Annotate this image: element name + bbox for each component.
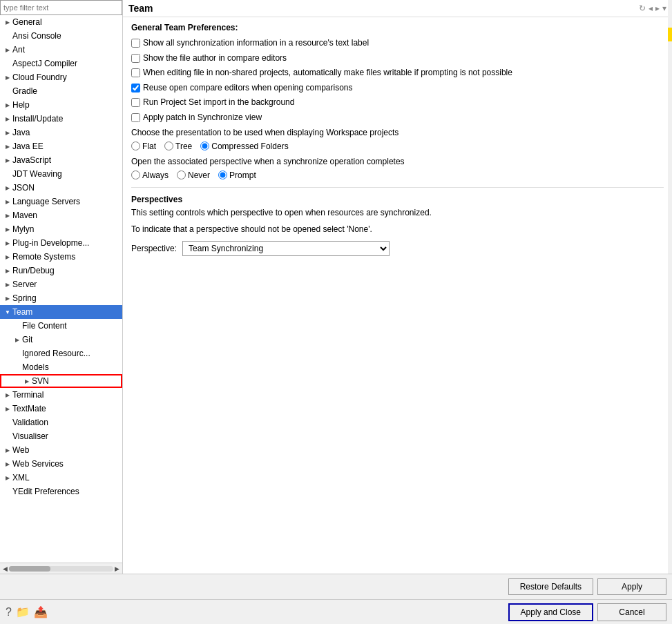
sidebar-item-server[interactable]: Server (0, 277, 122, 291)
radio-open-input-prompt[interactable] (218, 170, 227, 179)
sidebar-item-install-update[interactable]: Install/Update (0, 112, 122, 126)
sidebar-item-file-content[interactable]: File Content (0, 319, 122, 333)
sidebar-item-visualiser[interactable]: Visualiser (0, 429, 122, 443)
chevron-icon (3, 445, 12, 455)
chevron-icon (3, 197, 12, 206)
sidebar-item-label: Java (12, 128, 30, 137)
sidebar-item-maven[interactable]: Maven (0, 208, 122, 222)
radio-input-flat[interactable] (131, 142, 140, 150)
radio-open-prompt: Prompt (218, 170, 256, 180)
sidebar-item-terminal[interactable]: Terminal (0, 388, 122, 402)
sidebar-item-svn[interactable]: SVN (0, 374, 122, 388)
sidebar-item-mylyn[interactable]: Mylyn (0, 222, 122, 236)
scrollbar-track[interactable] (9, 566, 113, 572)
radio-open-input-always[interactable] (131, 170, 140, 179)
chevron-icon (3, 266, 12, 275)
sidebar-item-validation[interactable]: Validation (0, 416, 122, 429)
checkbox-auto-writable[interactable] (131, 68, 140, 77)
export-icon[interactable]: 📤 (34, 605, 48, 618)
sidebar-item-label: Install/Update (12, 114, 63, 124)
sidebar-item-models[interactable]: Models (0, 360, 122, 374)
sidebar-item-aspectj[interactable]: AspectJ Compiler (0, 57, 122, 70)
sidebar-item-team[interactable]: Team (0, 305, 122, 319)
checkbox-run-project-set[interactable] (131, 98, 140, 107)
scroll-left-icon[interactable]: ◀ (1, 565, 9, 572)
sidebar-item-json[interactable]: JSON (0, 181, 122, 195)
sidebar-item-xml[interactable]: XML (0, 471, 122, 485)
radio-input-tree[interactable] (164, 142, 173, 150)
sidebar-item-cloud-foundry[interactable]: Cloud Foundry (0, 70, 122, 84)
checkbox-show-sync-info[interactable] (131, 39, 140, 48)
main-container: General Ansi ConsoleAnt AspectJ Compiler… (0, 0, 672, 574)
sidebar-item-ansi-console[interactable]: Ansi Console (0, 29, 122, 43)
radio-open-input-never[interactable] (177, 170, 186, 179)
scrollbar-thumb (9, 566, 50, 572)
checkbox-reuse-compare[interactable] (131, 84, 140, 92)
sidebar-item-label: Run/Debug (12, 266, 55, 275)
apply-close-button[interactable]: Apply and Close (508, 603, 593, 621)
perspective-open-label: Open the associated perspective when a s… (131, 157, 664, 166)
radio-label-flat: Flat (142, 142, 156, 151)
chevron-icon (3, 155, 12, 165)
checkbox-apply-patch[interactable] (131, 113, 140, 122)
sidebar-item-textmate[interactable]: TextMate (0, 402, 122, 416)
chevron-icon (3, 293, 12, 303)
sidebar-item-spring[interactable]: Spring (0, 291, 122, 305)
sidebar-item-web[interactable]: Web (0, 443, 122, 457)
sidebar-item-run-debug[interactable]: Run/Debug (0, 264, 122, 277)
filter-input[interactable] (0, 0, 122, 15)
radio-open-label-prompt: Prompt (229, 170, 256, 180)
import-icon[interactable]: 📁 (16, 605, 30, 618)
checkbox-label-show-sync-info: Show all synchronization information in … (143, 38, 369, 49)
sidebar-item-ignored-resource[interactable]: Ignored Resourc... (0, 347, 122, 360)
apply-button[interactable]: Apply (597, 578, 666, 595)
sidebar-item-label: Language Servers (12, 197, 80, 206)
sidebar-item-label: AspectJ Compiler (12, 59, 77, 68)
sidebar-item-label: Help (12, 100, 30, 110)
restore-defaults-button[interactable]: Restore Defaults (508, 578, 593, 595)
menu-icon[interactable]: ▾ (662, 3, 666, 13)
sidebar-item-general[interactable]: General (0, 15, 122, 29)
sidebar-item-gradle[interactable]: Gradle (0, 84, 122, 98)
sidebar-item-ant[interactable]: Ant (0, 43, 122, 57)
sidebar-item-java-ee[interactable]: Java EE (0, 139, 122, 153)
sidebar-item-remote-systems[interactable]: Remote Systems (0, 250, 122, 264)
scroll-indicator (668, 28, 672, 41)
checkbox-label-auto-writable: When editing file in non-shared projects… (143, 68, 512, 79)
forward-icon[interactable]: ▸ (655, 3, 660, 13)
sidebar: General Ansi ConsoleAnt AspectJ Compiler… (0, 0, 123, 574)
perspective-row: Perspective: Team Synchronizing (131, 241, 664, 256)
cancel-button[interactable]: Cancel (597, 603, 666, 621)
sidebar-item-web-services[interactable]: Web Services (0, 457, 122, 471)
checkbox-show-file-author[interactable] (131, 54, 140, 63)
sidebar-item-java[interactable]: Java (0, 126, 122, 139)
sidebar-item-jdt-weaving[interactable]: JDT Weaving (0, 167, 122, 181)
sidebar-item-label: Maven (12, 211, 37, 220)
help-icon[interactable]: ? (6, 606, 12, 618)
sidebar-item-label: SVN (32, 376, 49, 386)
sidebar-item-language-servers[interactable]: Language Servers (0, 195, 122, 208)
chevron-icon (3, 459, 12, 469)
chevron-icon (3, 252, 12, 262)
checkbox-label-run-project-set: Run Project Set import in the background (143, 97, 294, 108)
chevron-icon (3, 307, 12, 317)
chevron-icon (3, 211, 12, 220)
back-icon[interactable]: ◂ (649, 3, 653, 13)
sidebar-item-label: Plug-in Developme... (12, 238, 89, 248)
radio-open-always: Always (131, 170, 169, 180)
sidebar-item-plug-in-dev[interactable]: Plug-in Developme... (0, 236, 122, 250)
radio-input-compressed-folders[interactable] (200, 142, 209, 150)
scroll-right-icon[interactable]: ▶ (113, 565, 121, 572)
perspectives-section: Perspectives This setting controls which… (131, 195, 664, 257)
sidebar-item-label: JSON (12, 183, 35, 193)
sidebar-item-javascript[interactable]: JavaScript (0, 153, 122, 167)
sidebar-scrollbar: ◀ ▶ (0, 563, 122, 574)
sidebar-item-git[interactable]: Git (0, 333, 122, 347)
sidebar-item-label: Team (12, 307, 32, 317)
sidebar-item-yedit[interactable]: YEdit Preferences (0, 485, 122, 498)
sidebar-item-help[interactable]: Help (0, 98, 122, 112)
perspective-select[interactable]: Team Synchronizing (182, 241, 390, 256)
sync-icon[interactable]: ↻ (639, 3, 646, 13)
perspective-open-radio-group: AlwaysNeverPrompt (131, 170, 664, 180)
chevron-icon (3, 114, 12, 124)
